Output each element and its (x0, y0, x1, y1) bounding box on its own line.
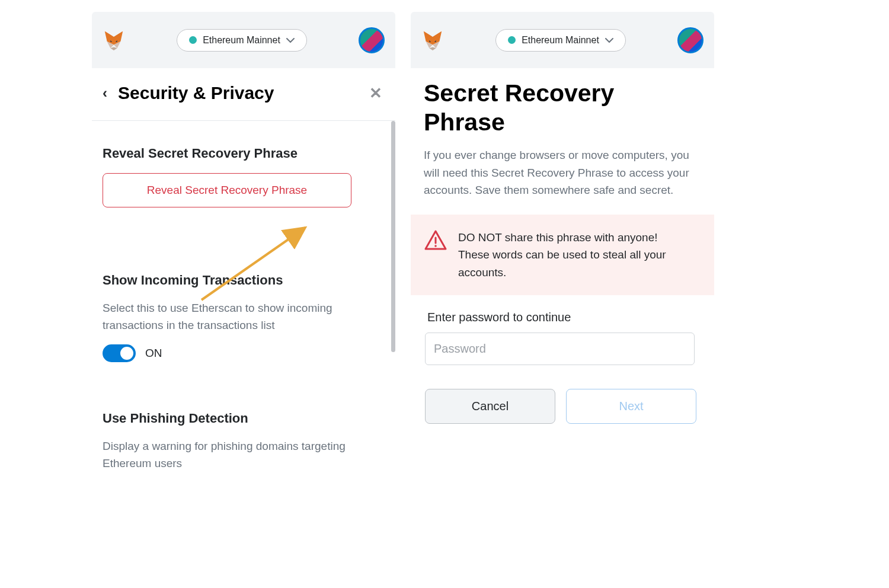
show-incoming-tx-desc: Select this to use Etherscan to show inc… (103, 300, 385, 334)
settings-security-privacy-panel: Ethereum Mainnet ‹ Security & Privacy ✕ … (92, 12, 395, 576)
svg-point-19 (434, 245, 437, 247)
phishing-detection-title: Use Phishing Detection (103, 411, 385, 426)
network-selector[interactable]: Ethereum Mainnet (495, 29, 626, 52)
phishing-detection-desc: Display a warning for phishing domains t… (103, 438, 385, 472)
reveal-phrase-confirm-panel: Ethereum Mainnet Secret Recovery Phrase … (411, 12, 714, 576)
password-label: Enter password to continue (424, 311, 701, 324)
app-header: Ethereum Mainnet (92, 12, 395, 68)
reveal-section-title: Reveal Secret Recovery Phrase (103, 146, 385, 161)
account-avatar[interactable] (359, 27, 385, 53)
warning-line-1: DO NOT share this phrase with anyone! (458, 229, 701, 246)
page-title: Secret Recovery Phrase (424, 79, 701, 137)
page-title: Security & Privacy (118, 83, 274, 103)
close-icon[interactable]: ✕ (369, 84, 382, 103)
chevron-down-icon (286, 37, 295, 43)
network-label: Ethereum Mainnet (522, 35, 599, 46)
svg-marker-5 (110, 47, 117, 50)
scrollbar-thumb[interactable] (391, 121, 395, 352)
page-description: If you ever change browsers or move comp… (424, 146, 701, 199)
network-label: Ethereum Mainnet (203, 35, 280, 46)
toggle-state-label: ON (145, 347, 162, 360)
warning-text: DO NOT share this phrase with anyone! Th… (458, 229, 701, 281)
back-arrow-icon[interactable]: ‹ (103, 85, 107, 101)
network-status-dot (189, 36, 197, 44)
next-button[interactable]: Next (566, 389, 696, 424)
toggle-knob (120, 347, 133, 360)
chevron-down-icon (605, 37, 613, 43)
cancel-button[interactable]: Cancel (425, 389, 555, 424)
scrollbar-track (391, 121, 395, 576)
settings-content: Reveal Secret Recovery Phrase Reveal Sec… (92, 121, 395, 576)
warning-box: DO NOT share this phrase with anyone! Th… (411, 215, 714, 295)
title-row: ‹ Security & Privacy ✕ (92, 68, 395, 121)
button-row: Cancel Next (425, 389, 701, 430)
show-incoming-tx-title: Show Incoming Transactions (103, 273, 385, 288)
network-selector[interactable]: Ethereum Mainnet (177, 29, 307, 52)
show-incoming-tx-toggle[interactable] (103, 344, 136, 362)
reveal-content: Secret Recovery Phrase If you ever chang… (411, 68, 714, 576)
metamask-fox-icon (103, 29, 125, 52)
metamask-fox-icon (421, 29, 444, 52)
password-input[interactable] (425, 333, 695, 365)
svg-marker-15 (429, 47, 436, 50)
account-avatar[interactable] (677, 27, 703, 53)
reveal-secret-recovery-phrase-button[interactable]: Reveal Secret Recovery Phrase (103, 173, 351, 207)
network-status-dot (508, 36, 516, 44)
warning-triangle-icon (424, 229, 447, 253)
app-header: Ethereum Mainnet (411, 12, 714, 68)
warning-line-2: These words can be used to steal all you… (458, 246, 701, 281)
